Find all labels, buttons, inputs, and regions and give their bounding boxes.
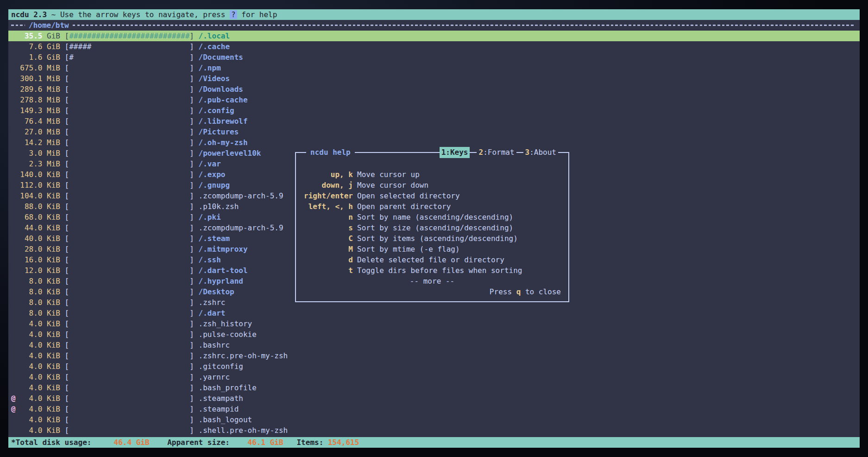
symlink-flag: [11, 127, 20, 136]
bar-bracket: ]: [189, 127, 198, 136]
symlink-flag: [11, 383, 20, 392]
file-size-unit: KiB: [42, 277, 60, 286]
file-size-unit: KiB: [42, 287, 60, 296]
desktop-wallpaper: ncdu 2.3 ~ Use the arrow keys to navigat…: [0, 0, 868, 457]
file-row[interactable]: 278.8 MiB [ ] /.pub-cache: [8, 95, 860, 105]
bar-bracket: [: [60, 383, 69, 392]
tab-label: :About: [529, 148, 556, 157]
bar-bracket: [: [60, 159, 69, 168]
bar-bracket: ]: [189, 287, 198, 296]
file-size: 8.0: [20, 298, 42, 307]
usage-bar: [69, 255, 189, 264]
file-row[interactable]: 4.0 KiB [ ] .gitconfig: [8, 361, 860, 372]
file-name: .yarnrc: [199, 373, 230, 381]
file-row[interactable]: 4.0 KiB [ ] .pulse-cookie: [8, 329, 860, 340]
help-tab-format[interactable]: 2:Format: [477, 147, 516, 158]
help-tab-about[interactable]: 3:About: [523, 147, 558, 158]
file-name: .zshrc: [199, 298, 226, 307]
file-size-unit: KiB: [42, 405, 60, 413]
usage-bar: [69, 266, 189, 275]
file-size: 4.0: [20, 341, 42, 349]
bar-bracket: ]: [189, 383, 198, 392]
file-row[interactable]: 8.0 KiB [ ] /.dart: [8, 308, 860, 318]
file-row[interactable]: 4.0 KiB [ ] .bash_profile: [8, 382, 860, 393]
file-row[interactable]: 675.0 MiB [ ] /.npm: [8, 63, 860, 73]
bar-bracket: ]: [189, 170, 198, 179]
file-size: 40.0: [20, 234, 42, 243]
help-tab-keys[interactable]: 1:Keys: [440, 147, 470, 158]
file-size-unit: GiB: [42, 53, 60, 62]
file-row[interactable]: 289.6 MiB [ ] /Downloads: [8, 84, 860, 95]
help-shortcut-row: tToggle dirs before files when sorting: [296, 265, 568, 276]
close-hint-suffix: to close: [521, 287, 561, 296]
bar-bracket: ]: [189, 42, 198, 51]
close-hint-prefix: Press: [490, 287, 516, 296]
shortcut-key: left, <, h: [296, 201, 353, 212]
symlink-flag: [11, 277, 20, 286]
file-size: 4.0: [20, 330, 42, 339]
shortcut-description: Move cursor up: [353, 169, 420, 180]
file-row[interactable]: 27.0 MiB [ ] /Pictures: [8, 127, 860, 137]
file-row[interactable]: 4.0 KiB [ ] .yarnrc: [8, 372, 860, 382]
usage-bar: [69, 245, 189, 254]
symlink-flag: [11, 245, 20, 254]
file-size-unit: KiB: [42, 394, 60, 403]
file-row[interactable]: 35.5 GiB [###########################] /…: [8, 31, 860, 41]
file-size-unit: MiB: [42, 117, 60, 126]
bar-bracket: [: [60, 106, 69, 115]
file-name: /.pub-cache: [199, 95, 248, 104]
shortcut-key: d: [296, 254, 353, 265]
help-key-hint: ?: [230, 10, 237, 19]
bar-bracket: [: [60, 53, 69, 62]
bar-bracket: ]: [189, 202, 198, 211]
file-size: 104.0: [20, 191, 42, 200]
help-hint-suffix: for help: [237, 10, 277, 19]
bar-bracket: [: [60, 277, 69, 286]
file-name: /.config: [199, 106, 234, 115]
file-row[interactable]: 300.1 MiB [ ] /Videos: [8, 73, 860, 84]
shortcut-key: n: [296, 212, 353, 222]
file-row[interactable]: 14.2 MiB [ ] /.oh-my-zsh: [8, 137, 860, 148]
file-row[interactable]: 4.0 KiB [ ] .zsh_history: [8, 318, 860, 329]
file-row[interactable]: 4.0 KiB [ ] .shell.pre-oh-my-zsh: [8, 425, 860, 436]
bar-bracket: [: [60, 42, 69, 51]
file-size: 4.0: [20, 362, 42, 371]
bar-bracket: ]: [189, 63, 198, 72]
bar-bracket: ]: [189, 394, 198, 403]
bar-bracket: ]: [189, 405, 198, 413]
items-label: Items:: [296, 438, 323, 447]
symlink-flag: [11, 138, 20, 147]
file-size: 289.6: [20, 85, 42, 94]
file-row[interactable]: 4.0 KiB [ ] .bash_logout: [8, 414, 860, 425]
usage-bar: [69, 191, 189, 200]
bar-bracket: [: [60, 63, 69, 72]
file-row[interactable]: 1.6 GiB [# ] /Documents: [8, 52, 860, 63]
file-row[interactable]: 149.3 MiB [ ] /.config: [8, 105, 860, 116]
file-name: .zcompdump-arch-5.9: [199, 191, 283, 200]
file-row[interactable]: @ 4.0 KiB [ ] .steampath: [8, 393, 860, 404]
bar-bracket: [: [60, 181, 69, 190]
file-size-unit: KiB: [42, 223, 60, 232]
file-row[interactable]: 76.4 MiB [ ] /.librewolf: [8, 116, 860, 127]
tab-label: :Keys: [446, 148, 468, 157]
file-size: 27.0: [20, 127, 42, 136]
file-name: /.local: [199, 32, 230, 40]
file-size-unit: MiB: [42, 159, 60, 168]
nav-hint-text: ~ Use the arrow keys to navigate, press: [47, 10, 230, 19]
bar-bracket: [: [60, 426, 69, 435]
bar-bracket: [: [60, 170, 69, 179]
file-row[interactable]: @ 4.0 KiB [ ] .steampid: [8, 404, 860, 414]
tab-number: 3: [525, 148, 530, 157]
bar-bracket: [: [60, 191, 69, 200]
file-name: /.ssh: [199, 255, 221, 264]
bar-bracket: ]: [189, 415, 198, 424]
file-row[interactable]: 4.0 KiB [ ] .bashrc: [8, 340, 860, 350]
file-size-unit: KiB: [42, 362, 60, 371]
file-name: .shell.pre-oh-my-zsh: [199, 426, 288, 435]
file-name: /.pki: [199, 213, 221, 222]
file-name: .pulse-cookie: [199, 330, 257, 339]
symlink-flag: [11, 202, 20, 211]
bar-bracket: [: [60, 245, 69, 254]
file-row[interactable]: 4.0 KiB [ ] .zshrc.pre-oh-my-zsh: [8, 350, 860, 361]
file-row[interactable]: 7.6 GiB [##### ] /.cache: [8, 41, 860, 52]
